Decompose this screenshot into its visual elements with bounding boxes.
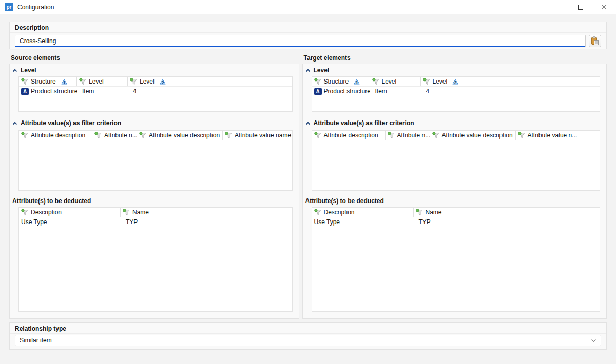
column-header-attribute-description[interactable]: Attribute description [312,131,386,140]
column-header-structure[interactable]: Structure 1 [312,77,370,86]
source-level-table: Structure 1 Level Level 2 AProdu [18,76,293,112]
filter-icon [372,78,380,85]
source-deducted-table: Description Name Use Type TYP [18,207,293,312]
column-header-attribute-name[interactable]: Attribute n... [92,131,137,140]
filter-icon [314,209,322,216]
filter-icon [139,132,147,139]
column-header-name[interactable]: Name [121,208,183,217]
column-header-level-2[interactable]: Level 2 [128,77,179,86]
filter-icon [21,209,29,216]
table-row[interactable]: Use Type TYP [19,217,292,227]
source-elements-label: Source elements [9,53,299,64]
source-panel: Level Structure 1 Level Level [9,64,299,319]
filter-icon [314,132,322,139]
column-header-attribute-name[interactable]: Attribute n... [386,131,430,140]
table-row[interactable]: AProduct structure Item 4 [19,87,292,96]
close-icon [601,4,607,10]
chevron-up-icon [305,69,311,72]
close-button[interactable] [592,0,616,14]
sort-ascending-1-icon: 1 [61,79,67,85]
target-filter-table: Attribute description Attribute n... Att… [312,130,600,191]
filter-icon [130,78,138,85]
svg-text:1: 1 [63,79,65,84]
paste-button[interactable] [589,35,601,47]
column-header-attribute-value-description[interactable]: Attribute value description [430,131,516,140]
filter-icon [518,132,526,139]
target-filter-section-header[interactable]: Attribute value(s) as filter criterion [303,118,606,128]
sort-ascending-2-icon: 2 [160,79,166,85]
filter-icon [123,209,130,216]
column-header-level-2[interactable]: Level 2 [421,77,472,86]
target-level-table: Structure 1 Level Level 2 AProdu [312,76,600,112]
description-input[interactable] [15,35,586,47]
svg-text:1: 1 [356,79,358,84]
source-elements-column: Source elements Level Structure 1 Level [9,53,299,319]
description-label: Description [10,22,606,33]
source-filter-table: Attribute description Attribute n... Att… [18,130,293,191]
relationship-type-group: Relationship type Similar item [9,322,607,350]
maximize-button[interactable] [569,0,592,14]
table-row[interactable]: AProduct structure Item 4 [312,87,600,96]
relationship-type-label: Relationship type [10,323,606,334]
target-deducted-section-header: Attribute(s) to be deducted [303,196,606,206]
chevron-up-icon [305,122,311,125]
title-bar: pr Configuration [0,0,616,14]
filter-icon [423,78,431,85]
column-header-attribute-value-description[interactable]: Attribute value description [137,131,223,140]
filter-icon [21,78,29,85]
column-header-name[interactable]: Name [414,208,476,217]
table-row[interactable]: Use Type TYP [312,217,600,227]
app-icon: pr [5,3,13,11]
structure-a-icon: A [21,88,29,95]
target-deducted-table: Description Name Use Type TYP [312,207,600,312]
minimize-button[interactable] [545,0,569,14]
chevron-down-icon [591,339,596,342]
column-header-description[interactable]: Description [312,208,414,217]
filter-icon [388,132,395,139]
description-group: Description [9,22,607,49]
filter-icon [79,78,87,85]
filter-icon [225,132,233,139]
structure-a-icon: A [314,88,322,95]
chevron-up-icon [12,122,17,125]
sort-ascending-1-icon: 1 [354,79,360,85]
filter-icon [21,132,29,139]
target-level-section-header[interactable]: Level [303,66,606,75]
source-deducted-section-header: Attribute(s) to be deducted [10,196,299,206]
column-header-level[interactable]: Level [370,77,421,86]
column-header-description[interactable]: Description [19,208,121,217]
source-level-section-header[interactable]: Level [10,66,299,75]
filter-icon [416,209,424,216]
sort-ascending-2-icon: 2 [452,79,458,85]
filter-icon [432,132,440,139]
filter-icon [94,132,102,139]
relationship-type-select[interactable]: Similar item [15,335,601,346]
column-header-attribute-value-name[interactable]: Attribute value n... [516,131,600,140]
source-filter-section-header[interactable]: Attribute value(s) as filter criterion [10,118,299,128]
column-header-attribute-description[interactable]: Attribute description [19,131,92,140]
column-header-level[interactable]: Level [77,77,128,86]
target-elements-column: Target elements Level Structure 1 Level [302,53,607,319]
chevron-up-icon [12,69,17,72]
column-header-structure[interactable]: Structure 1 [19,77,77,86]
maximize-icon [578,5,583,10]
clipboard-icon [591,36,599,46]
svg-text:2: 2 [454,79,457,84]
minimize-icon [554,7,560,7]
target-elements-label: Target elements [302,53,607,64]
column-header-attribute-value-name[interactable]: Attribute value name [223,131,292,140]
window-title: Configuration [17,4,54,11]
target-panel: Level Structure 1 Level Level [302,64,607,319]
filter-icon [314,78,322,85]
svg-text:2: 2 [161,79,164,84]
